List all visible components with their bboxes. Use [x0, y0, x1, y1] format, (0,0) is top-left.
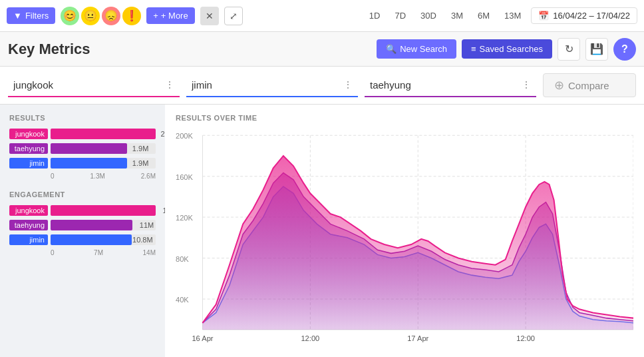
engagement-value-jimin: 10.8M — [132, 234, 153, 245]
results-title: RESULTS — [9, 114, 156, 122]
engagement-section: ENGAGEMENT jungkook 14M taehyung 11M — [9, 190, 156, 256]
date-range-label: 16/04/22 – 17/04/22 — [553, 11, 630, 21]
svg-text:120K: 120K — [176, 214, 194, 222]
neutral-emoji-button[interactable]: 😐 — [81, 7, 100, 25]
compare-label: Compare — [568, 80, 609, 91]
plus-icon: + — [153, 11, 158, 21]
engagement-bar-taehyung: taehyung 11M — [9, 220, 156, 230]
search-input-2[interactable] — [192, 79, 343, 91]
engagement-fill-taehyung: 11M — [51, 220, 132, 230]
new-search-label: New Search — [400, 44, 447, 54]
time-1d-button[interactable]: 1D — [365, 8, 385, 23]
save-button[interactable]: 💾 — [585, 38, 608, 61]
svg-text:200K: 200K — [176, 132, 194, 140]
saved-searches-button[interactable]: ≡ Saved Searches — [462, 39, 552, 59]
clear-button[interactable]: ✕ — [200, 7, 219, 25]
save-icon: 💾 — [590, 43, 603, 55]
positive-emoji-button[interactable]: 😊 — [61, 7, 79, 25]
chart-container: 200K 160K 120K 80K 40K 16 Apr — [176, 129, 633, 354]
results-value-jimin: 1.9M — [132, 158, 148, 169]
engagement-track-jimin: 10.8M — [51, 234, 156, 245]
results-section: RESULTS jungkook 2.6M taehyung 1.9M — [9, 114, 156, 180]
engagement-track-taehyung: 11M — [51, 220, 156, 230]
engagement-label-jimin: jimin — [9, 234, 48, 245]
engagement-fill-jimin: 10.8M — [51, 234, 132, 245]
engagement-bar-jimin: jimin 10.8M — [9, 234, 156, 245]
main-content: RESULTS jungkook 2.6M taehyung 1.9M — [0, 105, 644, 357]
results-fill-taehyung: 1.9M — [51, 143, 127, 154]
engagement-title: ENGAGEMENT — [9, 190, 156, 198]
options-icon-1[interactable]: ⋮ — [165, 79, 174, 90]
engagement-bar-jungkook: jungkook 14M — [9, 205, 156, 216]
time-controls: 1D 7D 30D 3M 6M 13M 📅 16/04/22 – 17/04/2… — [365, 7, 637, 24]
calendar-icon: 📅 — [538, 11, 549, 21]
engagement-axis-0: 0 — [51, 249, 55, 256]
alert-emoji-button[interactable]: ❗ — [122, 7, 141, 25]
engagement-fill-jungkook: 14M — [51, 205, 156, 216]
search-field-3[interactable]: ⋮ — [365, 73, 536, 97]
svg-text:40K: 40K — [176, 296, 189, 304]
time-7d-button[interactable]: 7D — [390, 8, 410, 23]
results-label-jungkook: jungkook — [9, 129, 48, 139]
svg-text:12:00: 12:00 — [301, 334, 319, 342]
results-fill-jimin: 1.9M — [51, 158, 127, 169]
more-label: + More — [161, 11, 188, 21]
compare-button[interactable]: ⊕ Compare — [543, 73, 636, 97]
results-bar-jungkook: jungkook 2.6M — [9, 129, 156, 139]
search-field-2[interactable]: ⋮ — [186, 73, 358, 97]
sub-bar-actions: 🔍 New Search ≡ Saved Searches ↻ 💾 ? — [377, 38, 636, 61]
results-axis-max: 2.6M — [141, 173, 156, 180]
search-field-1[interactable]: ⋮ — [8, 73, 180, 97]
filters-button[interactable]: ▼ Filters — [7, 7, 55, 24]
engagement-track-jungkook: 14M — [51, 205, 156, 216]
results-track-jungkook: 2.6M — [51, 129, 156, 139]
time-6m-button[interactable]: 6M — [473, 8, 494, 23]
time-13m-button[interactable]: 13M — [500, 8, 526, 23]
time-3m-button[interactable]: 3M — [446, 8, 468, 23]
page-title: Key Metrics — [8, 41, 90, 58]
time-30d-button[interactable]: 30D — [416, 8, 441, 23]
svg-text:17 Apr: 17 Apr — [407, 334, 428, 342]
search-row: ⋮ ⋮ ⋮ ⊕ Compare — [0, 67, 644, 105]
search-input-1[interactable] — [13, 79, 165, 91]
results-chart: jungkook 2.6M taehyung 1.9M — [9, 129, 156, 180]
options-icon-3[interactable]: ⋮ — [522, 79, 531, 90]
sub-bar: Key Metrics 🔍 New Search ≡ Saved Searche… — [0, 32, 644, 67]
results-axis-0: 0 — [51, 173, 55, 180]
results-over-time-chart: 200K 160K 120K 80K 40K 16 Apr — [176, 129, 633, 354]
results-axis-mid: 1.3M — [90, 173, 105, 180]
svg-text:16 Apr: 16 Apr — [192, 334, 213, 342]
plus-circle-icon: ⊕ — [554, 78, 564, 93]
engagement-value-jungkook: 14M — [163, 205, 165, 216]
filters-label: Filters — [25, 11, 49, 21]
search-icon: 🔍 — [386, 44, 397, 54]
filter-icon: ▼ — [13, 11, 22, 21]
expand-button[interactable]: ⤢ — [224, 7, 243, 25]
results-track-jimin: 1.9M — [51, 158, 156, 169]
results-label-jimin: jimin — [9, 158, 48, 169]
help-button[interactable]: ? — [613, 38, 636, 61]
search-input-3[interactable] — [370, 79, 522, 91]
refresh-icon: ↻ — [565, 43, 573, 55]
refresh-button[interactable]: ↻ — [558, 38, 580, 61]
results-value-jungkook: 2.6M — [161, 129, 165, 139]
new-search-button[interactable]: 🔍 New Search — [377, 39, 456, 59]
results-fill-jungkook: 2.6M — [51, 129, 156, 139]
results-bar-taehyung: taehyung 1.9M — [9, 143, 156, 154]
engagement-axis: 0 7M 14M — [9, 249, 156, 256]
results-label-taehyung: taehyung — [9, 143, 48, 154]
engagement-label-taehyung: taehyung — [9, 220, 48, 230]
more-button[interactable]: + + More — [146, 7, 194, 24]
results-value-taehyung: 1.9M — [132, 143, 148, 154]
date-range-button[interactable]: 📅 16/04/22 – 17/04/22 — [531, 7, 637, 24]
engagement-label-jungkook: jungkook — [9, 205, 48, 216]
list-icon: ≡ — [471, 44, 476, 54]
help-label: ? — [621, 43, 628, 55]
saved-searches-label: Saved Searches — [480, 44, 543, 54]
results-bar-jimin: jimin 1.9M — [9, 158, 156, 169]
engagement-value-taehyung: 11M — [140, 220, 154, 230]
results-track-taehyung: 1.9M — [51, 143, 156, 154]
svg-text:12:00: 12:00 — [516, 334, 535, 342]
negative-emoji-button[interactable]: 😞 — [102, 7, 120, 25]
options-icon-2[interactable]: ⋮ — [343, 79, 353, 90]
